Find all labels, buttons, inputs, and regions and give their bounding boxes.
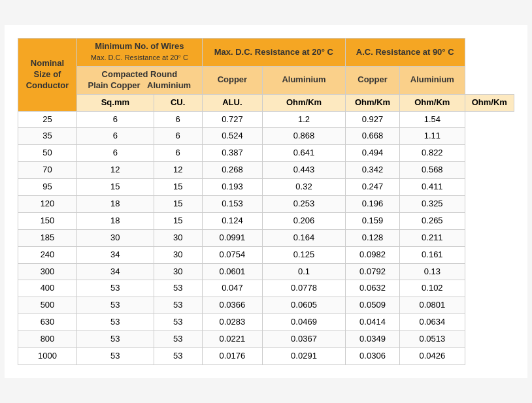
cell-ac-copper: 0.0414 (345, 314, 399, 331)
cell-dc-alu: 0.32 (263, 179, 346, 196)
cell-ac-copper: 0.342 (345, 162, 399, 179)
table-row: 15018150.1240.2060.1590.265 (18, 212, 514, 229)
cell-dc-copper: 0.124 (202, 212, 262, 229)
cell-ac-alu: 0.13 (400, 263, 465, 280)
cell-cu: 18 (77, 196, 154, 213)
cell-dc-copper: 0.268 (202, 162, 262, 179)
cell-dc-alu: 0.0469 (263, 314, 346, 331)
cell-dc-copper: 0.0601 (202, 263, 262, 280)
cell-dc-copper: 0.0176 (202, 348, 262, 365)
header-min-wires: Minimum No. of Wires Max. D.C. Resistanc… (77, 39, 203, 67)
cell-dc-copper: 0.0283 (202, 314, 262, 331)
unit-ohm-km-2: Ohm/Km (345, 94, 399, 111)
cell-size: 35 (18, 128, 77, 145)
cell-cu: 6 (77, 145, 154, 162)
cell-alu: 6 (154, 128, 202, 145)
cell-cu: 53 (77, 348, 154, 365)
main-container: NominalSize ofConductor Minimum No. of W… (5, 25, 527, 378)
cell-dc-copper: 0.193 (202, 179, 262, 196)
cell-dc-alu: 0.868 (263, 128, 346, 145)
cell-ac-copper: 0.247 (345, 179, 399, 196)
cell-size: 185 (18, 229, 77, 246)
cell-cu: 15 (77, 179, 154, 196)
header-ac-aluminium: Aluminium (400, 66, 465, 94)
cell-alu: 15 (154, 196, 202, 213)
cell-alu: 15 (154, 212, 202, 229)
cell-ac-alu: 1.11 (400, 128, 465, 145)
cell-ac-alu: 0.161 (400, 246, 465, 263)
cell-size: 240 (18, 246, 77, 263)
cell-ac-alu: 0.0513 (400, 331, 465, 348)
cell-cu: 34 (77, 246, 154, 263)
cell-cu: 12 (77, 162, 154, 179)
cell-size: 630 (18, 314, 77, 331)
cell-ac-alu: 0.822 (400, 145, 465, 162)
cell-ac-alu: 0.0634 (400, 314, 465, 331)
table-row: 30034300.06010.10.07920.13 (18, 263, 514, 280)
cell-alu: 6 (154, 111, 202, 128)
cell-dc-alu: 1.2 (263, 111, 346, 128)
cell-dc-copper: 0.0221 (202, 331, 262, 348)
cell-alu: 15 (154, 179, 202, 196)
cell-dc-copper: 0.0754 (202, 246, 262, 263)
table-row: 80053530.02210.03670.03490.0513 (18, 331, 514, 348)
cell-alu: 12 (154, 162, 202, 179)
cell-size: 400 (18, 280, 77, 297)
cell-cu: 18 (77, 212, 154, 229)
cell-cu: 34 (77, 263, 154, 280)
header-ac-copper: Copper (345, 66, 399, 94)
cell-alu: 53 (154, 348, 202, 365)
cell-ac-alu: 1.54 (400, 111, 465, 128)
cell-cu: 30 (77, 229, 154, 246)
cell-dc-copper: 0.387 (202, 145, 262, 162)
cell-ac-copper: 0.0792 (345, 263, 399, 280)
cell-dc-alu: 0.0367 (263, 331, 346, 348)
cell-ac-copper: 0.927 (345, 111, 399, 128)
cell-dc-alu: 0.253 (263, 196, 346, 213)
cell-dc-copper: 0.153 (202, 196, 262, 213)
cell-dc-copper: 0.0366 (202, 297, 262, 314)
cell-dc-copper: 0.0991 (202, 229, 262, 246)
cell-ac-copper: 0.0509 (345, 297, 399, 314)
cell-size: 50 (18, 145, 77, 162)
cell-alu: 53 (154, 297, 202, 314)
table-row: 50053530.03660.06050.05090.0801 (18, 297, 514, 314)
table-row: 100053530.01760.02910.03060.0426 (18, 348, 514, 365)
cell-dc-copper: 0.047 (202, 280, 262, 297)
header-dc-copper: Copper (202, 66, 262, 94)
table-row: 7012120.2680.4430.3420.568 (18, 162, 514, 179)
cell-alu: 30 (154, 229, 202, 246)
cell-dc-alu: 0.0605 (263, 297, 346, 314)
table-row: 18530300.09910.1640.1280.211 (18, 229, 514, 246)
cell-ac-alu: 0.568 (400, 162, 465, 179)
cell-cu: 53 (77, 314, 154, 331)
table-row: 35660.5240.8680.6681.11 (18, 128, 514, 145)
table-row: 25660.7271.20.9271.54 (18, 111, 514, 128)
cell-ac-copper: 0.0982 (345, 246, 399, 263)
cell-cu: 53 (77, 280, 154, 297)
table-row: 9515150.1930.320.2470.411 (18, 179, 514, 196)
table-row: 24034300.07540.1250.09820.161 (18, 246, 514, 263)
cell-cu: 53 (77, 297, 154, 314)
cell-ac-copper: 0.196 (345, 196, 399, 213)
cell-ac-copper: 0.159 (345, 212, 399, 229)
cell-dc-alu: 0.1 (263, 263, 346, 280)
cell-dc-alu: 0.125 (263, 246, 346, 263)
cell-alu: 6 (154, 145, 202, 162)
cell-alu: 53 (154, 280, 202, 297)
header-ac-resistance: A.C. Resistance at 90° C (345, 39, 465, 67)
table-row: 40053530.0470.07780.06320.102 (18, 280, 514, 297)
cell-alu: 30 (154, 263, 202, 280)
cell-alu: 53 (154, 331, 202, 348)
cell-dc-alu: 0.641 (263, 145, 346, 162)
cell-size: 800 (18, 331, 77, 348)
cell-ac-alu: 0.265 (400, 212, 465, 229)
cell-dc-alu: 0.206 (263, 212, 346, 229)
cell-ac-alu: 0.0426 (400, 348, 465, 365)
cell-ac-alu: 0.0801 (400, 297, 465, 314)
unit-ohm-km-4: Ohm/Km (465, 94, 514, 111)
header-dc-aluminium: Aluminium (263, 66, 346, 94)
table-row: 50660.3870.6410.4940.822 (18, 145, 514, 162)
cell-ac-alu: 0.102 (400, 280, 465, 297)
unit-cu: CU. (154, 94, 202, 111)
